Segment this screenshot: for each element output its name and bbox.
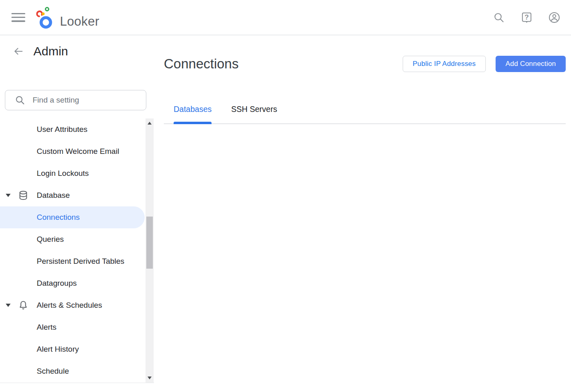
app-name: Looker <box>60 15 99 29</box>
find-setting-search[interactable] <box>5 90 146 110</box>
admin-sidebar: Admin User Attributes Custom Welcome Ema… <box>0 35 154 391</box>
sidebar-item-alerts[interactable]: Alerts <box>0 316 154 338</box>
public-ip-addresses-button[interactable]: Public IP Addresses <box>403 56 486 72</box>
hamburger-menu-icon[interactable] <box>11 12 26 23</box>
tab-ssh-servers[interactable]: SSH Servers <box>231 104 277 123</box>
sidebar-item-user-attributes[interactable]: User Attributes <box>0 118 154 140</box>
top-app-bar: Looker ? <box>0 0 571 35</box>
database-icon <box>18 190 29 201</box>
scrollbar-thumb[interactable] <box>146 217 153 269</box>
sidebar-item-alert-history[interactable]: Alert History <box>0 338 154 360</box>
sidebar-item-login-lockouts[interactable]: Login Lockouts <box>0 162 154 184</box>
account-icon[interactable] <box>548 11 560 24</box>
connections-tabs: Databases SSH Servers <box>164 104 566 124</box>
search-icon <box>15 95 25 105</box>
sidebar-item-queries[interactable]: Queries <box>0 228 154 250</box>
search-input[interactable] <box>33 96 130 105</box>
search-icon[interactable] <box>493 11 505 24</box>
svg-text:?: ? <box>525 13 529 21</box>
sidebar-title: Admin <box>33 44 68 58</box>
back-arrow-icon[interactable] <box>12 45 24 57</box>
caret-down-icon[interactable] <box>6 304 11 307</box>
sidebar-section-database[interactable]: Database <box>0 184 154 206</box>
sidebar-divider <box>0 383 154 383</box>
sidebar-item-schedule[interactable]: Schedule <box>0 360 154 382</box>
sidebar-item-datagroups[interactable]: Datagroups <box>0 272 154 294</box>
bell-icon <box>18 300 29 311</box>
page-title: Connections <box>164 56 238 72</box>
sidebar-item-connections[interactable]: Connections <box>0 206 145 228</box>
caret-down-icon[interactable] <box>6 194 11 197</box>
admin-nav-list: User Attributes Custom Welcome Email Log… <box>0 118 154 382</box>
tab-databases[interactable]: Databases <box>174 104 212 123</box>
sidebar-section-alerts-schedules[interactable]: Alerts & Schedules <box>0 294 154 316</box>
sidebar-item-custom-welcome-email[interactable]: Custom Welcome Email <box>0 140 154 162</box>
help-icon[interactable]: ? <box>520 11 533 24</box>
sidebar-scrollbar[interactable] <box>146 118 154 383</box>
looker-logo: Looker <box>36 6 99 29</box>
scroll-up-icon[interactable] <box>148 122 152 125</box>
sidebar-item-persistent-derived-tables[interactable]: Persistent Derived Tables <box>0 250 154 272</box>
looker-logo-icon <box>36 6 55 29</box>
add-connection-button[interactable]: Add Connection <box>496 56 566 72</box>
connections-page: Connections Public IP Addresses Add Conn… <box>154 35 571 391</box>
scroll-down-icon[interactable] <box>148 377 152 379</box>
